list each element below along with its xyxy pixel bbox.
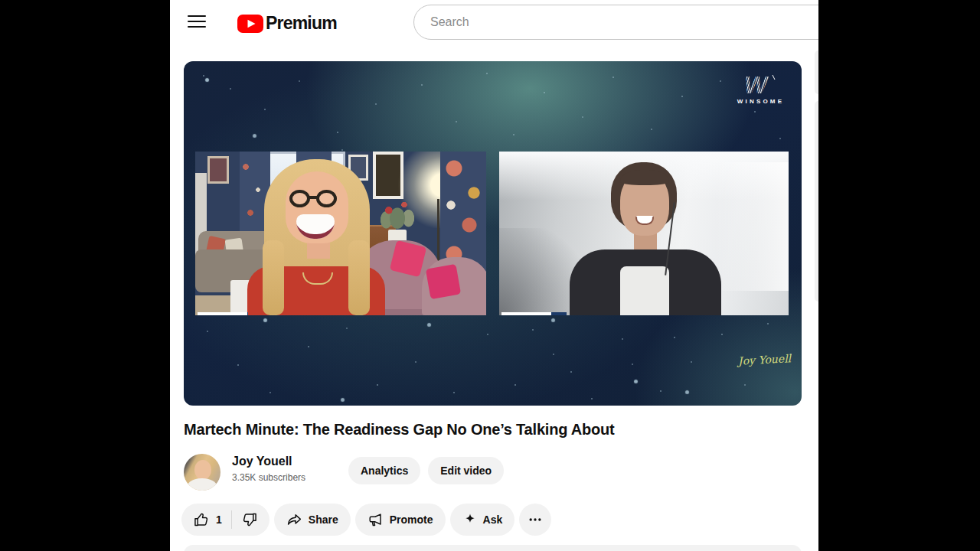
dislike-button[interactable]	[232, 504, 270, 536]
share-arrow-icon	[286, 511, 303, 528]
top-app-bar: Premium	[170, 0, 818, 43]
owner-buttons: Analytics Edit video	[348, 457, 504, 484]
promote-button[interactable]: Promote	[355, 504, 446, 536]
thumbs-up-icon	[193, 511, 210, 528]
video-player[interactable]: W WINSOME	[184, 61, 802, 406]
like-dislike-pill: 1	[181, 504, 270, 536]
participant-org: Winsome	[501, 312, 551, 315]
like-button[interactable]: 1	[181, 504, 231, 536]
wall-art	[207, 156, 229, 184]
search-input[interactable]	[430, 15, 800, 29]
hairline	[620, 170, 669, 185]
share-button[interactable]: Share	[274, 504, 351, 536]
search-box[interactable]	[413, 5, 818, 40]
subscriber-count: 3.35K subscribers	[232, 472, 305, 483]
thumbs-down-icon	[241, 511, 258, 528]
glasses-lens	[316, 190, 337, 207]
share-label: Share	[309, 514, 338, 526]
like-count: 1	[216, 514, 222, 526]
window-light	[715, 162, 789, 291]
star-field-decoration	[184, 61, 185, 63]
star-field-glow-decoration	[184, 61, 188, 65]
edit-video-button[interactable]: Edit video	[428, 457, 504, 484]
channel-name[interactable]: Joy Youell	[232, 455, 292, 468]
promote-label: Promote	[390, 514, 433, 526]
youtube-play-icon	[237, 15, 263, 33]
glasses-lens	[289, 190, 310, 207]
ask-label: Ask	[483, 514, 503, 526]
sidebar-card-sliver[interactable]	[815, 101, 818, 302]
white-tshirt	[620, 266, 669, 315]
youtube-watch-page: Premium W WINSOME	[170, 0, 818, 551]
description-box[interactable]	[184, 545, 802, 551]
video-actions: 1 Share	[181, 504, 551, 536]
plant	[376, 194, 419, 234]
hamburger-menu-icon[interactable]	[188, 14, 206, 29]
screenshot-stage: Premium W WINSOME	[0, 0, 980, 551]
youtube-premium-logo[interactable]: Premium	[237, 13, 337, 34]
participant-org: Winsome	[198, 312, 247, 315]
sparkle-icon	[462, 512, 478, 527]
joy-youell-signature: Joy Youell	[738, 352, 792, 367]
ask-button[interactable]: Ask	[450, 504, 515, 536]
svg-text:W: W	[744, 72, 769, 96]
more-actions-button[interactable]	[519, 504, 551, 536]
glasses-bridge	[309, 196, 318, 199]
video-title: Martech Minute: The Readiness Gap No One…	[184, 421, 802, 439]
hair-strand	[263, 240, 284, 315]
pink-pillow	[426, 264, 461, 299]
brand-wordmark: Premium	[266, 13, 337, 34]
winsome-wordmark: WINSOME	[731, 98, 788, 105]
participant-tile-joy: Joy Youell Winsome	[195, 152, 486, 315]
hair-strand	[348, 240, 370, 315]
channel-row: Joy Youell 3.35K subscribers Analytics E…	[184, 453, 802, 491]
analytics-button[interactable]: Analytics	[348, 457, 420, 484]
winsome-w-icon: W	[742, 72, 777, 96]
ellipsis-icon	[528, 512, 543, 527]
participant-tile-ashleigh: Ashleigh Respicio Winsome	[499, 152, 789, 315]
megaphone-icon	[368, 511, 384, 528]
channel-avatar[interactable]	[184, 454, 220, 491]
sidebar-card-sliver[interactable]	[815, 51, 818, 94]
winsome-watermark: W WINSOME	[731, 72, 788, 105]
